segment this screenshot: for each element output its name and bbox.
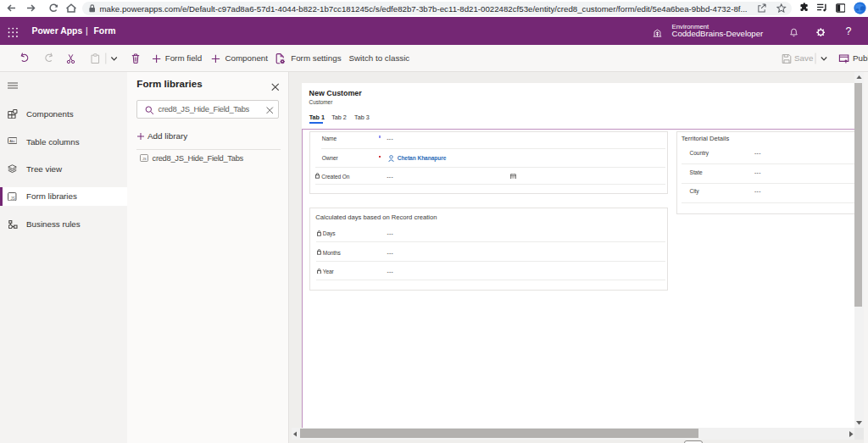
svg-text:JS: JS xyxy=(11,196,15,200)
svg-text:Abc: Abc xyxy=(9,139,15,143)
svg-text:JS: JS xyxy=(142,157,147,161)
